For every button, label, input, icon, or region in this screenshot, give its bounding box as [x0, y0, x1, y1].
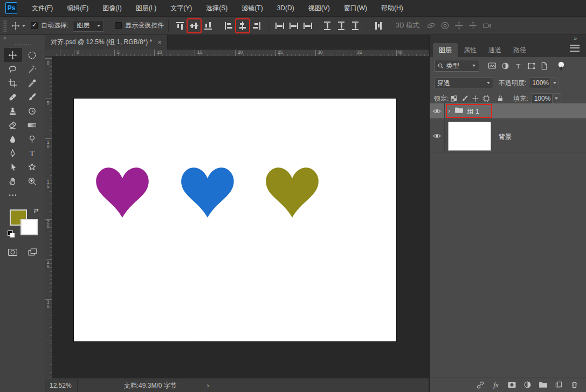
distribute-vertical-centers-button[interactable]	[287, 19, 300, 32]
opacity-field[interactable]: 100%	[529, 78, 550, 88]
gradient-tool[interactable]	[23, 118, 42, 132]
tab-channels[interactable]: 通道	[482, 43, 507, 57]
menu-item-file[interactable]: 文件(F)	[25, 4, 60, 13]
3d-rotate-button[interactable]	[424, 19, 437, 32]
brush-tool[interactable]	[23, 90, 42, 104]
distribute-left-edges-button[interactable]	[321, 19, 334, 32]
heart-blue-shape[interactable]	[181, 167, 234, 218]
visibility-toggle[interactable]	[430, 103, 445, 118]
background-color-swatch[interactable]	[20, 219, 38, 235]
horizontal-ruler[interactable]: 0 5 10 15 20 25 30 35 40	[52, 50, 429, 57]
eyedropper-tool[interactable]	[23, 76, 42, 90]
crop-tool[interactable]	[4, 76, 22, 90]
lock-all-icon[interactable]	[495, 93, 506, 104]
align-top-edges-button[interactable]	[174, 19, 187, 32]
clone-stamp-tool[interactable]	[4, 104, 22, 118]
layer-name[interactable]: 背景	[499, 132, 512, 142]
menu-item-view[interactable]: 视图(V)	[301, 4, 337, 13]
heart-magenta-shape[interactable]	[96, 167, 149, 218]
canvas[interactable]	[74, 99, 396, 341]
menu-item-filter[interactable]: 滤镜(T)	[235, 4, 270, 13]
new-group-button[interactable]	[537, 380, 548, 390]
menu-item-3d[interactable]: 3D(D)	[270, 4, 301, 12]
adjustment-layer-button[interactable]	[522, 380, 533, 390]
3d-slide-button[interactable]	[466, 19, 479, 32]
swap-colors-icon[interactable]: ⇄	[33, 207, 38, 214]
filter-adjustment-layers-icon[interactable]	[499, 60, 512, 72]
new-layer-button[interactable]	[553, 380, 564, 390]
layer-thumbnail[interactable]	[448, 122, 491, 151]
filter-smart-objects-icon[interactable]	[537, 60, 550, 72]
menu-item-layer[interactable]: 图层(L)	[129, 4, 164, 13]
status-expand-icon[interactable]: ›	[207, 382, 209, 389]
lock-position-icon[interactable]	[470, 93, 481, 104]
lock-artboard-icon[interactable]	[481, 93, 492, 104]
filtering-toggle[interactable]	[555, 60, 568, 72]
align-horizontal-centers-button[interactable]	[236, 19, 249, 32]
align-vertical-centers-button[interactable]	[188, 19, 201, 32]
type-tool[interactable]: T	[23, 146, 42, 160]
opacity-dropdown-button[interactable]	[550, 78, 559, 88]
tab-paths[interactable]: 路径	[507, 43, 532, 57]
screen-mode-button[interactable]	[23, 245, 42, 259]
menu-item-image[interactable]: 图像(I)	[95, 4, 128, 13]
fill-field[interactable]: 100%	[531, 93, 553, 104]
quick-mask-button[interactable]	[3, 245, 22, 259]
link-layers-button[interactable]	[475, 380, 486, 390]
menu-item-select[interactable]: 选择(S)	[199, 4, 235, 13]
magic-wand-tool[interactable]	[23, 62, 42, 76]
dodge-tool[interactable]	[23, 132, 42, 146]
lock-image-pixels-icon[interactable]	[459, 93, 470, 104]
menu-item-type[interactable]: 文字(Y)	[163, 4, 199, 13]
eraser-tool[interactable]	[4, 118, 22, 132]
tab-layers[interactable]: 图层	[433, 43, 458, 57]
pen-tool[interactable]	[4, 146, 22, 160]
filter-type-dropdown[interactable]: 类型	[434, 60, 479, 72]
custom-shape-tool[interactable]	[23, 160, 42, 174]
heart-olive[interactable]	[262, 161, 322, 223]
blur-tool[interactable]	[4, 132, 22, 146]
edit-toolbar-button[interactable]	[4, 188, 22, 202]
auto-select-checkbox[interactable]	[31, 22, 38, 29]
auto-select-dropdown[interactable]: 图层	[73, 20, 104, 32]
vertical-ruler[interactable]: 0 5 10 15 20 25 30	[45, 57, 52, 379]
align-bottom-edges-button[interactable]	[202, 19, 215, 32]
hand-tool[interactable]	[4, 174, 22, 188]
filter-shape-layers-icon[interactable]	[525, 60, 537, 72]
tab-properties[interactable]: 属性	[458, 43, 482, 57]
close-tab-icon[interactable]: ×	[157, 38, 162, 46]
path-selection-tool[interactable]	[4, 160, 22, 174]
heart-magenta[interactable]	[92, 161, 153, 223]
3d-roll-button[interactable]	[438, 19, 451, 32]
align-left-edges-button[interactable]	[222, 19, 235, 32]
spot-healing-tool[interactable]	[4, 90, 22, 104]
menu-item-window[interactable]: 窗口(W)	[337, 4, 374, 13]
current-tool-preset[interactable]	[11, 22, 25, 30]
blend-mode-dropdown[interactable]: 穿透	[434, 78, 493, 88]
toolbar-grip[interactable]	[15, 44, 31, 46]
layer-row-background[interactable]: 背景	[430, 120, 586, 152]
pasteboard[interactable]	[52, 57, 429, 379]
3d-camera-button[interactable]	[480, 19, 493, 32]
distribute-bottom-edges-button[interactable]	[301, 19, 314, 32]
distribute-spacing-button[interactable]	[372, 19, 385, 32]
distribute-top-edges-button[interactable]	[273, 19, 286, 32]
show-transform-checkbox[interactable]	[115, 22, 122, 29]
menu-item-edit[interactable]: 编辑(E)	[60, 4, 95, 13]
menu-item-help[interactable]: 帮助(H)	[374, 4, 410, 13]
filter-type-layers-icon[interactable]: T	[512, 60, 525, 72]
marquee-tool[interactable]	[23, 48, 42, 62]
distribute-right-edges-button[interactable]	[349, 19, 362, 32]
add-layer-mask-button[interactable]	[506, 380, 517, 390]
collapse-panels-icon[interactable]: ››	[574, 36, 576, 41]
zoom-tool[interactable]	[23, 174, 42, 188]
photoshop-logo[interactable]: Ps	[5, 2, 17, 14]
layer-row-group1[interactable]: › 组 1	[430, 103, 586, 119]
fill-dropdown-button[interactable]	[553, 93, 561, 104]
heart-olive-shape[interactable]	[266, 167, 319, 218]
collapse-toolbar-button[interactable]: «	[0, 35, 45, 43]
delete-layer-button[interactable]	[569, 380, 580, 390]
lasso-tool[interactable]	[4, 62, 22, 76]
move-tool[interactable]	[4, 48, 22, 62]
filter-pixel-layers-icon[interactable]	[486, 60, 499, 72]
